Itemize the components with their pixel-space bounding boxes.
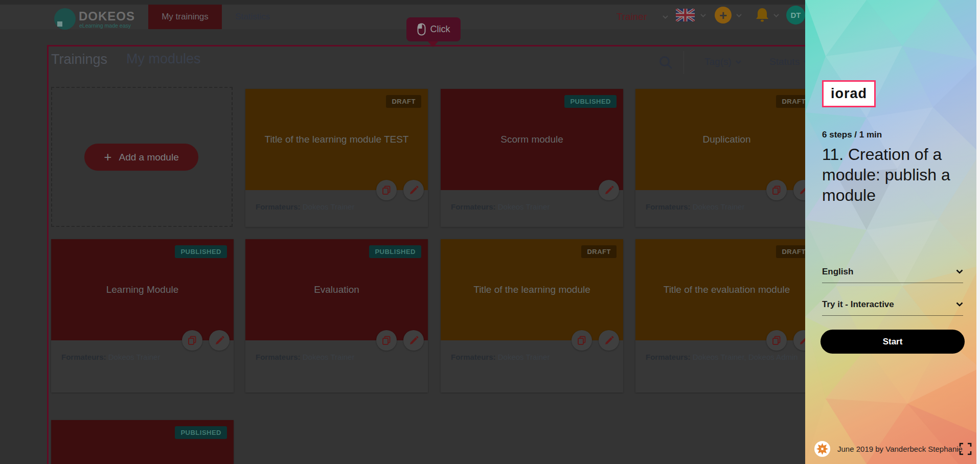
card-cover: PUBLISHED Survey [51, 420, 234, 464]
copy-icon [187, 335, 197, 345]
formateurs-label: Formateurs: [646, 353, 691, 361]
filter-tags-label: Tag(s) [704, 56, 732, 67]
iorad-tutorial-sidebar: iorad 6 steps / 1 min 11. Creation of a … [805, 0, 980, 464]
add-menu-button[interactable]: + [715, 7, 732, 24]
copy-icon [381, 335, 392, 345]
tab-my-trainings[interactable]: My trainings [148, 5, 222, 29]
module-title: Title of the learning module TEST [265, 133, 409, 147]
copy-icon [771, 335, 782, 345]
card-footer: Formateurs: Dokeos Trainer [441, 340, 623, 363]
bell-chevron-down-icon[interactable] [773, 14, 779, 17]
flag-chevron-down-icon[interactable] [700, 14, 706, 17]
card-footer: Formateurs: Dokeos Trainer [51, 340, 234, 363]
copy-icon [381, 185, 392, 195]
formateurs-value: Dokeos Trainer [303, 353, 355, 361]
copy-icon [771, 185, 782, 195]
module-card[interactable]: DRAFT Title of the evaluation module For… [635, 239, 818, 392]
edit-button[interactable] [403, 180, 424, 200]
language-flag-icon[interactable] [676, 9, 695, 21]
page-title: My modules [126, 51, 201, 67]
card-cover: DRAFT Title of the evaluation module [635, 239, 818, 340]
plus-icon: + [104, 149, 111, 165]
tab-statistics[interactable]: Statistics [222, 5, 283, 29]
module-title: Scorm module [500, 133, 563, 147]
header-divider [683, 51, 684, 74]
card-footer: Formateurs: Dokeos Trainer [635, 190, 818, 213]
filter-tags[interactable]: Tag(s) [704, 56, 741, 67]
duplicate-button[interactable] [376, 180, 397, 200]
pencil-icon [409, 336, 419, 345]
sidebar-scrollbar[interactable] [976, 0, 980, 464]
start-button[interactable]: Start [821, 330, 965, 354]
module-title: Evaluation [314, 283, 359, 297]
role-menu[interactable]: Trainer [617, 11, 647, 22]
dokeos-logo-tagline: eLearning made easy [79, 22, 131, 29]
duplicate-button[interactable] [376, 330, 397, 351]
formateurs-label: Formateurs: [256, 202, 301, 211]
pencil-icon [215, 336, 224, 345]
edit-button[interactable] [403, 330, 424, 351]
language-select-value: English [822, 267, 853, 277]
steps-meta: 6 steps / 1 min [822, 130, 882, 140]
status-badge: PUBLISHED [369, 245, 421, 258]
language-select[interactable]: English [822, 261, 963, 283]
module-card[interactable]: PUBLISHED Learning Module Formateurs: Do… [51, 239, 234, 392]
card-cover: PUBLISHED Scorm module [441, 89, 623, 190]
module-card[interactable]: DRAFT Title of the learning module TEST … [245, 89, 428, 227]
edit-button[interactable] [599, 180, 619, 200]
module-card[interactable]: DRAFT Duplication Formateurs: Dokeos Tra… [635, 89, 818, 227]
pencil-icon [409, 185, 419, 195]
chevron-down-icon [956, 269, 963, 274]
add-module-button[interactable]: + Add a module [84, 144, 198, 171]
dokeos-logo-word: DOKEOS [79, 9, 135, 24]
card-cover: PUBLISHED Evaluation [245, 239, 428, 340]
search-icon[interactable] [658, 55, 673, 69]
formateurs-label: Formateurs: [256, 353, 301, 361]
breadcrumb[interactable]: Trainings [51, 52, 107, 67]
card-footer: Formateurs: Dokeos Trainer [245, 190, 428, 213]
tutorial-click-label: Click [430, 24, 450, 35]
filter-status[interactable]: Statuts [769, 56, 809, 67]
formateurs-value: Dokeos Trainer [498, 202, 550, 211]
card-cover: DRAFT Title of the learning module TEST [245, 89, 428, 190]
add-menu-chevron-down-icon[interactable] [736, 14, 742, 17]
card-cover: DRAFT Title of the learning module [441, 239, 623, 340]
duplicate-button[interactable] [182, 330, 202, 351]
module-card[interactable]: PUBLISHED Evaluation Formateurs: Dokeos … [245, 239, 428, 392]
mode-select[interactable]: Try it - Interactive [822, 293, 963, 316]
pencil-icon [604, 185, 614, 195]
duplicate-button[interactable] [766, 330, 787, 351]
lowpoly-background [805, 0, 980, 464]
status-badge: DRAFT [581, 245, 617, 258]
filter-status-label: Statuts [769, 56, 800, 67]
duplicate-button[interactable] [572, 330, 592, 351]
module-card[interactable]: PUBLISHED Survey [51, 420, 234, 464]
card-cover: PUBLISHED Learning Module [51, 239, 234, 340]
mouse-icon [417, 23, 426, 36]
user-avatar[interactable]: DT [786, 6, 805, 25]
formateurs-label: Formateurs: [451, 353, 496, 361]
duplicate-button[interactable] [766, 180, 787, 200]
module-card[interactable]: DRAFT Title of the learning module Forma… [441, 239, 623, 392]
module-card[interactable]: PUBLISHED Scorm module Formateurs: Dokeo… [441, 89, 623, 227]
iorad-logo: iorad [822, 80, 876, 107]
formateurs-value: Dokeos Trainer [303, 202, 355, 211]
credit-text: June 2019 by Vanderbeck Stephanie [837, 445, 963, 453]
formateurs-value: Dokeos Trainer [498, 353, 550, 361]
status-badge: PUBLISHED [175, 245, 227, 258]
pencil-icon [604, 336, 614, 345]
status-badge: PUBLISHED [175, 426, 227, 439]
module-title: Title of the evaluation module [664, 283, 790, 297]
fullscreen-icon[interactable] [959, 443, 972, 455]
tutorial-click-bubble[interactable]: Click [406, 17, 461, 41]
card-footer: Formateurs: Dokeos Trainer [441, 190, 623, 213]
edit-button[interactable] [599, 330, 619, 351]
dokeos-logo-notch [57, 21, 62, 27]
role-chevron-down-icon[interactable] [663, 15, 668, 19]
author-pinwheel-icon [814, 441, 830, 457]
notifications-bell-icon[interactable] [755, 7, 769, 22]
edit-button[interactable] [209, 330, 230, 351]
module-title: Learning Module [106, 283, 179, 297]
formateurs-label: Formateurs: [451, 202, 496, 211]
copy-icon [577, 335, 587, 345]
